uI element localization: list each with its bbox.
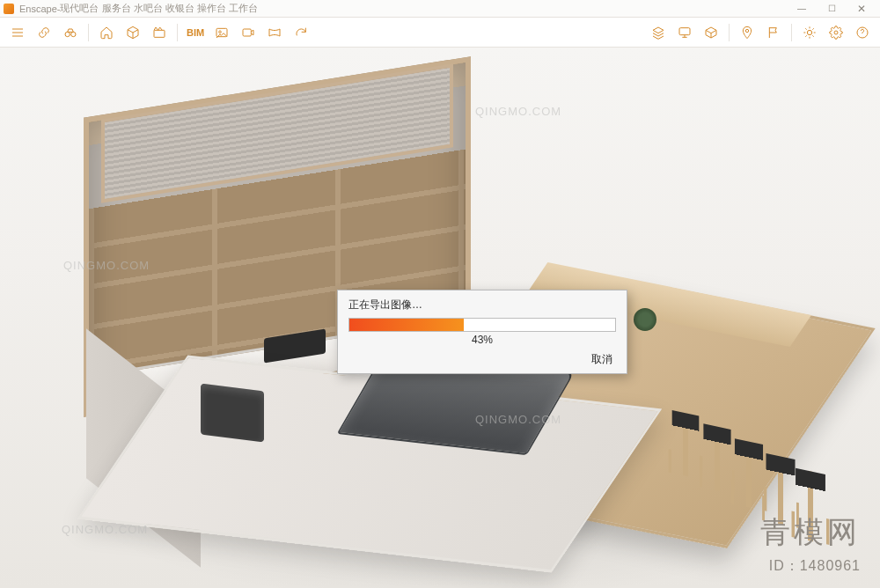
toolbar-separator [791, 24, 792, 41]
export-image-icon[interactable] [209, 21, 234, 44]
svg-rect-6 [679, 27, 690, 34]
svg-point-8 [807, 30, 811, 34]
svg-point-1 [71, 32, 76, 36]
progress-percent-label: 43% [348, 334, 616, 346]
window-minimize-button[interactable]: — [787, 0, 817, 18]
settings-icon[interactable] [824, 21, 848, 44]
link-icon[interactable] [32, 21, 56, 44]
menu-icon[interactable] [5, 21, 30, 44]
bar-stool [735, 438, 763, 511]
app-name: Enscape [19, 4, 57, 14]
document-title: 现代吧台 服务台 水吧台 收银台 操作台 工作台 [60, 2, 257, 15]
home-icon[interactable] [94, 21, 119, 44]
monitor-icon[interactable] [672, 21, 697, 44]
progress-bar [348, 318, 616, 332]
box-icon[interactable] [699, 21, 723, 44]
model-id: ID：1480961 [769, 557, 861, 576]
watermark-text: QINGMO.COM [475, 105, 561, 118]
window-maximize-button[interactable]: ☐ [817, 0, 847, 18]
toolbar-separator [177, 24, 178, 41]
help-icon[interactable] [850, 21, 875, 44]
pin-icon[interactable] [735, 21, 759, 44]
svg-rect-5 [243, 29, 251, 36]
export-progress-dialog: 正在导出图像… 43% 取消 [337, 290, 627, 374]
watermark-text: QINGMO.COM [62, 523, 148, 536]
cube-icon[interactable] [121, 21, 145, 44]
brand-watermark: 青模网 [760, 512, 861, 553]
id-prefix: ID： [769, 558, 800, 573]
cancel-button[interactable]: 取消 [588, 351, 616, 368]
clapper-icon[interactable] [147, 21, 172, 44]
toolbar-separator [88, 24, 89, 41]
bar-stool [672, 410, 700, 479]
binoculars-icon[interactable] [58, 21, 83, 44]
watermark-text: QINGMO.COM [63, 259, 150, 272]
pos-terminal [201, 384, 264, 443]
progress-fill [349, 319, 464, 331]
panorama-icon[interactable] [262, 21, 287, 44]
bar-stool [703, 423, 730, 493]
app-icon [4, 4, 14, 14]
toolbar-separator [729, 24, 730, 41]
svg-point-7 [745, 29, 748, 32]
svg-point-4 [219, 31, 222, 33]
id-value: 1480961 [800, 558, 861, 573]
dialog-title: 正在导出图像… [348, 298, 616, 312]
flag-icon[interactable] [761, 21, 786, 44]
sun-icon[interactable] [797, 21, 822, 44]
bim-label[interactable]: BIM [183, 21, 208, 44]
layers-icon[interactable] [646, 21, 671, 44]
svg-rect-2 [154, 30, 165, 37]
render-viewport[interactable]: QINGMO.COM QINGMO.COM QINGMO.COM QINGMO.… [0, 48, 880, 588]
main-toolbar: BIM [0, 18, 880, 48]
refresh-icon[interactable] [289, 21, 313, 44]
export-video-icon[interactable] [236, 21, 260, 44]
watermark-text: QINGMO.COM [475, 413, 561, 426]
window-close-button[interactable]: ✕ [847, 0, 876, 18]
svg-point-9 [834, 31, 838, 34]
svg-point-0 [65, 32, 70, 36]
title-bar: Enscape - 现代吧台 服务台 水吧台 收银台 操作台 工作台 — ☐ ✕ [0, 0, 880, 18]
plant [634, 308, 656, 331]
